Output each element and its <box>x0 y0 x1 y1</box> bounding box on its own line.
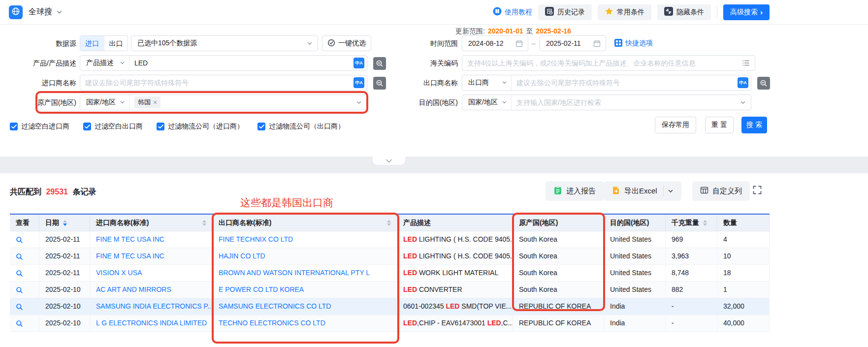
importer-link[interactable]: FINE M TEC USA INC <box>96 235 164 243</box>
save-favorite-button[interactable]: 保存常用 <box>655 117 696 133</box>
hide-conditions-label: 隐藏条件 <box>676 8 704 17</box>
exclude-search-icon[interactable] <box>373 57 386 70</box>
importer-label: 进口商名称 <box>10 75 76 91</box>
filter-checkbox-3[interactable]: 过滤物流公司（出口商） <box>257 122 345 131</box>
cell-weight-kg: 8,748 <box>666 265 717 282</box>
app-logo[interactable] <box>9 5 23 19</box>
data-source-label: 数据源 <box>10 35 76 51</box>
cell-origin-country: REPUBLIC OF KOREA <box>513 298 604 315</box>
cell-date: 2025-02-10 <box>39 315 90 332</box>
cell-quantity: 18 <box>717 265 770 282</box>
end-date-input[interactable]: 2025-02-11 <box>540 35 606 51</box>
origin-type-select[interactable]: 国家/地区 <box>80 95 129 110</box>
star-icon <box>605 7 613 17</box>
columns-grid-icon <box>700 186 708 196</box>
sort-icons[interactable] <box>703 220 707 226</box>
favorites-button[interactable]: 常用条件 <box>598 4 651 20</box>
exporter-input[interactable] <box>512 79 738 87</box>
column-header-date[interactable]: 日期 <box>39 215 90 231</box>
translate-icon[interactable]: 中A <box>354 58 364 68</box>
view-record-button[interactable] <box>10 248 39 265</box>
exporter-link[interactable]: SAMSUNG ELECTRONICS CO LTD <box>219 302 331 310</box>
tutorial-icon <box>493 7 502 17</box>
cell-quantity: 32,000 <box>717 298 770 315</box>
translate-icon[interactable]: 中A <box>354 77 364 88</box>
country-tag-label: 韩国 <box>138 96 151 108</box>
exclude-search-icon[interactable] <box>373 77 386 90</box>
customize-columns-button[interactable]: 自定义列 <box>692 181 750 201</box>
column-header-importer[interactable]: 进口商名称(标准) <box>90 215 213 231</box>
importer-link[interactable]: AC ART AND MIRRORS <box>96 285 171 293</box>
view-record-button[interactable] <box>10 315 39 332</box>
enter-report-button[interactable]: 进入报告 <box>546 181 604 201</box>
export-excel-button[interactable]: 导出Excel <box>604 181 681 201</box>
exporter-link[interactable]: HAJIN CO LTD <box>219 252 265 260</box>
translate-icon[interactable]: 中A <box>738 77 748 88</box>
data-source-select[interactable]: 已选中105个数据源 <box>131 35 318 51</box>
hide-conditions-button[interactable]: 隐藏条件 <box>657 4 711 20</box>
product-text: WORK LIGHT MATERIAL <box>417 269 498 277</box>
cell-product: LED LIGHTING ( H.S. CODE 9405... <box>397 248 513 265</box>
close-icon[interactable]: × <box>153 96 157 108</box>
cell-exporter: FINE TECHNIX CO LTD <box>213 231 397 248</box>
exporter-link[interactable]: E POWER CO LTD KOREA <box>219 285 304 293</box>
cell-product: LED CONVERTER <box>397 282 513 298</box>
sort-icons[interactable] <box>387 220 391 226</box>
view-record-button[interactable] <box>10 298 39 315</box>
sort-icons[interactable] <box>63 220 67 226</box>
importer-link[interactable]: VISION X USA <box>96 269 142 277</box>
product-input[interactable] <box>129 59 354 67</box>
column-header-product: 产品描述 <box>397 215 513 231</box>
importer-link[interactable]: L G ELECTRONICS INDIA LIMITED <box>96 319 207 327</box>
start-date-input[interactable]: 2024-08-12 <box>462 35 528 51</box>
column-header-weight[interactable]: 千克重量 <box>666 215 717 231</box>
chevron-down-icon[interactable] <box>56 9 63 15</box>
view-record-button[interactable] <box>10 231 39 248</box>
exclude-search-icon[interactable] <box>757 77 770 90</box>
fullscreen-button[interactable] <box>752 185 762 196</box>
collapse-form-button[interactable] <box>373 157 405 165</box>
exporter-link[interactable]: TECHNO ELECTRONICS CO LTD <box>219 319 325 327</box>
quick-options-link[interactable]: 快捷选项 <box>614 35 653 51</box>
cell-quantity: 1 <box>717 282 770 298</box>
chevron-down-icon[interactable] <box>668 187 674 195</box>
one-click-optimize-button[interactable]: 一键优选 <box>322 35 371 51</box>
filter-checkbox-0[interactable]: 过滤空白进口商 <box>10 122 69 131</box>
product-label: 产品/产品描述 <box>10 55 76 71</box>
destination-input[interactable] <box>512 98 740 106</box>
importer-link[interactable]: SAMSUNG INDIA ELECTRONICS P... <box>96 302 213 310</box>
cell-date: 2025-02-11 <box>39 231 90 248</box>
history-button[interactable]: 历史记录 <box>538 4 592 20</box>
reset-button[interactable]: 重 置 <box>705 117 734 133</box>
exporter-type-select[interactable]: 出口商 <box>462 75 512 90</box>
sort-icons[interactable] <box>202 220 206 226</box>
importer-input[interactable] <box>80 79 354 87</box>
country-tag[interactable]: 韩国 × <box>134 96 161 108</box>
filter-checkbox-1[interactable]: 过滤空白出口商 <box>83 122 143 131</box>
collapse-icon <box>664 7 673 17</box>
tutorial-link[interactable]: 使用教程 <box>493 7 532 17</box>
importer-link[interactable]: FINE M TEC USA INC <box>96 252 164 260</box>
tab-import[interactable]: 进口 <box>80 36 104 51</box>
view-record-button[interactable] <box>10 282 39 298</box>
cell-importer: VISION X USA <box>90 265 213 282</box>
list-icon[interactable] <box>742 59 750 67</box>
advanced-search-button[interactable]: 高级搜索 › <box>723 4 770 20</box>
hs-code-input[interactable] <box>462 59 742 67</box>
filter-checkbox-2[interactable]: 过滤物流公司（进口商） <box>157 122 244 131</box>
red-annotation-text: 这些都是韩国出口商 <box>240 196 333 210</box>
history-icon <box>545 7 554 17</box>
exporter-link[interactable]: BROWN AND WATSON INTERNATIONAL PTY L <box>219 269 370 277</box>
destination-type-select[interactable]: 国家/地区 <box>462 95 512 110</box>
tab-export[interactable]: 出口 <box>104 36 128 51</box>
chevron-down-icon <box>120 59 125 67</box>
column-label: 原产国(地区) <box>519 219 558 227</box>
view-record-button[interactable] <box>10 265 39 282</box>
table-header: 查看日期进口商名称(标准)出口商名称(标准)产品描述原产国(地区)目的国(地区)… <box>10 214 770 231</box>
table-body: 2025-02-11FINE M TEC USA INCFINE TECHNIX… <box>10 231 770 332</box>
column-header-exporter[interactable]: 出口商名称(标准) <box>213 215 397 231</box>
product-type-select[interactable]: 产品描述 <box>80 56 129 70</box>
exporter-link[interactable]: FINE TECHNIX CO LTD <box>219 235 293 243</box>
search-button[interactable]: 搜 索 <box>741 117 767 133</box>
column-label: 产品描述 <box>403 219 431 227</box>
